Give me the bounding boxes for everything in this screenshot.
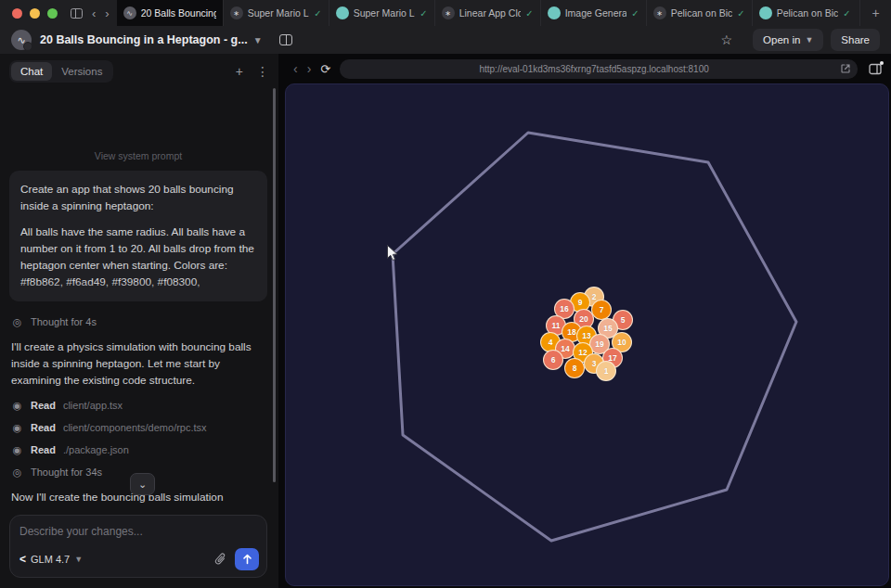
- preview-pane: ‹ › ⟳ http://eval-01kd3ms36fxrng7tasfd5a…: [280, 54, 891, 588]
- check-icon: ✓: [314, 8, 321, 19]
- tab-label: 20 Balls Bouncing i...: [141, 7, 216, 19]
- assistant-paragraph: I'll create a physics simulation with bo…: [11, 339, 265, 390]
- back-icon[interactable]: ‹: [92, 7, 96, 19]
- tabbar-nav-controls: ‹ ›: [67, 0, 117, 26]
- action-label: Read: [31, 444, 56, 455]
- waveform-avatar-icon: ∿: [123, 6, 136, 19]
- scroll-to-bottom-button[interactable]: ⌄: [130, 473, 155, 495]
- page-title: 20 Balls Bouncing in a Heptagon - g...: [40, 33, 248, 46]
- composer-card[interactable]: Describe your changes... < GLM 4.7 ▼: [9, 515, 267, 578]
- thought-label: Thought for 34s: [31, 467, 102, 478]
- close-window-icon[interactable]: [12, 8, 22, 19]
- zoom-window-icon[interactable]: [47, 8, 58, 19]
- devtools-panel-icon[interactable]: [869, 63, 882, 75]
- check-icon: ✓: [843, 8, 850, 19]
- sparkle-avatar-icon: ∗: [442, 6, 455, 19]
- thought-label: Thought for 4s: [31, 316, 97, 327]
- refresh-icon[interactable]: ⟳: [320, 62, 330, 76]
- lightbulb-icon: ◎: [11, 316, 23, 328]
- project-avatar-icon: ∿: [11, 30, 32, 50]
- layout-columns-icon[interactable]: [279, 34, 292, 45]
- message-fade-overlay: [9, 281, 267, 301]
- app-preview-canvas[interactable]: 2916720511151813419101412176831: [285, 83, 889, 586]
- url-text: http://eval-01kd3ms36fxrng7tasfd5aspzg.l…: [347, 64, 841, 74]
- chevron-down-icon: ⌄: [138, 479, 147, 491]
- ball-7: 7: [591, 300, 612, 320]
- tab-label: Super Mario Lev...: [354, 7, 416, 19]
- lightbulb-icon: ◎: [11, 467, 23, 479]
- document-header: ∿ 20 Balls Bouncing in a Heptagon - g...…: [0, 26, 891, 54]
- user-message-text: Create an app that shows 20 balls bounci…: [20, 181, 256, 215]
- preview-back-icon[interactable]: ‹: [293, 61, 298, 76]
- sidebar-scrollbar[interactable]: [273, 88, 276, 482]
- tool-action-row[interactable]: ◉Readclient/components/demo/rpc.tsx: [11, 422, 265, 434]
- forward-icon[interactable]: ›: [105, 7, 109, 19]
- model-selector[interactable]: < GLM 4.7 ▼: [19, 553, 83, 566]
- open-in-button[interactable]: Open in ▼: [753, 29, 823, 51]
- app-window: ‹ › ∿20 Balls Bouncing i...∗Super Mario …: [0, 0, 891, 588]
- composer-input[interactable]: Describe your changes...: [19, 525, 257, 538]
- chat-sidebar: Chat Versions + ⋮ View system prompt Cre…: [0, 54, 278, 588]
- teal-avatar-icon: [759, 6, 772, 19]
- preview-browser-chrome: ‹ › ⟳ http://eval-01kd3ms36fxrng7tasfd5a…: [280, 54, 891, 83]
- share-label: Share: [841, 34, 870, 45]
- check-icon: ✓: [737, 8, 744, 19]
- chat-versions-segment: Chat Versions: [9, 60, 113, 83]
- tab-label: Pelican on Bicyc...: [671, 7, 733, 19]
- tab-image-generatio[interactable]: Image Generatio...✓: [540, 0, 646, 26]
- minimize-window-icon[interactable]: [30, 8, 40, 19]
- ball-8: 8: [564, 358, 585, 378]
- composer-toolbar: < GLM 4.7 ▼: [19, 548, 259, 570]
- tab-super-mario-lev[interactable]: ∗Super Mario Lev...✓: [223, 0, 329, 26]
- tab-label: Image Generatio...: [565, 7, 627, 19]
- ball-6: 6: [543, 350, 563, 370]
- title-chevron-down-icon[interactable]: ▼: [253, 35, 263, 45]
- tab-chat[interactable]: Chat: [11, 62, 52, 81]
- notification-dot: [880, 61, 884, 65]
- eye-icon: ◉: [11, 444, 23, 456]
- open-in-chevron-icon: ▼: [805, 35, 813, 45]
- overflow-menu-icon[interactable]: ⋮: [256, 64, 269, 79]
- tab-20-balls-bouncing-i[interactable]: ∿20 Balls Bouncing i...: [117, 0, 223, 26]
- tool-action-row[interactable]: ◉Readclient/app.tsx: [11, 400, 265, 412]
- tab-label: Super Mario Lev...: [248, 7, 310, 19]
- model-chevron-icon: ▼: [74, 555, 83, 564]
- tool-action-row[interactable]: ◉Read./package.json: [11, 444, 265, 456]
- favorite-star-icon[interactable]: ☆: [721, 32, 733, 47]
- action-detail: client/app.tsx: [63, 400, 123, 411]
- open-external-icon[interactable]: [841, 64, 850, 73]
- open-in-label: Open in: [763, 34, 800, 45]
- check-icon: ✓: [631, 8, 639, 19]
- tab-super-mario-lev[interactable]: Super Mario Lev...✓: [329, 0, 434, 26]
- view-system-prompt-link[interactable]: View system prompt: [9, 150, 267, 161]
- eye-icon: ◉: [11, 422, 23, 434]
- action-label: Read: [31, 400, 56, 411]
- user-message-card: Create an app that shows 20 balls bounci…: [9, 171, 267, 301]
- chat-scroll-area[interactable]: View system prompt Create an app that sh…: [9, 143, 267, 503]
- teal-avatar-icon: [336, 6, 349, 19]
- share-button[interactable]: Share: [831, 29, 880, 51]
- tab-pelican-on-bicyc[interactable]: Pelican on Bicyc...✓: [752, 0, 858, 26]
- tab-pelican-on-bicyc[interactable]: ∗Pelican on Bicyc...✓: [646, 0, 752, 26]
- url-bar[interactable]: http://eval-01kd3ms36fxrng7tasfd5aspzg.l…: [340, 59, 858, 79]
- preview-forward-icon[interactable]: ›: [307, 61, 312, 76]
- arrow-up-icon: [242, 554, 252, 565]
- browser-tab-bar: ‹ › ∿20 Balls Bouncing i...∗Super Mario …: [0, 0, 891, 26]
- check-icon: ✓: [525, 8, 533, 19]
- new-chat-icon[interactable]: +: [236, 64, 243, 79]
- send-button[interactable]: [235, 548, 259, 570]
- tab-versions[interactable]: Versions: [52, 62, 111, 81]
- glm-logo-icon: <: [19, 553, 26, 566]
- attach-paperclip-icon[interactable]: [214, 553, 226, 566]
- model-name: GLM 4.7: [31, 554, 70, 565]
- tab-strip: ∿20 Balls Bouncing i...∗Super Mario Lev.…: [117, 0, 859, 26]
- new-tab-button[interactable]: +: [859, 0, 891, 26]
- ball-1: 1: [596, 361, 616, 381]
- sidebar-toggle-icon[interactable]: [71, 8, 83, 19]
- action-label: Read: [31, 422, 56, 433]
- tab-linear-app-clon[interactable]: ∗Linear App Clon...✓: [434, 0, 540, 26]
- eye-icon: ◉: [11, 400, 23, 412]
- tab-label: Linear App Clon...: [459, 7, 522, 19]
- sidebar-tabs-row: Chat Versions + ⋮: [0, 54, 278, 89]
- thought-row[interactable]: ◎Thought for 4s: [11, 316, 265, 328]
